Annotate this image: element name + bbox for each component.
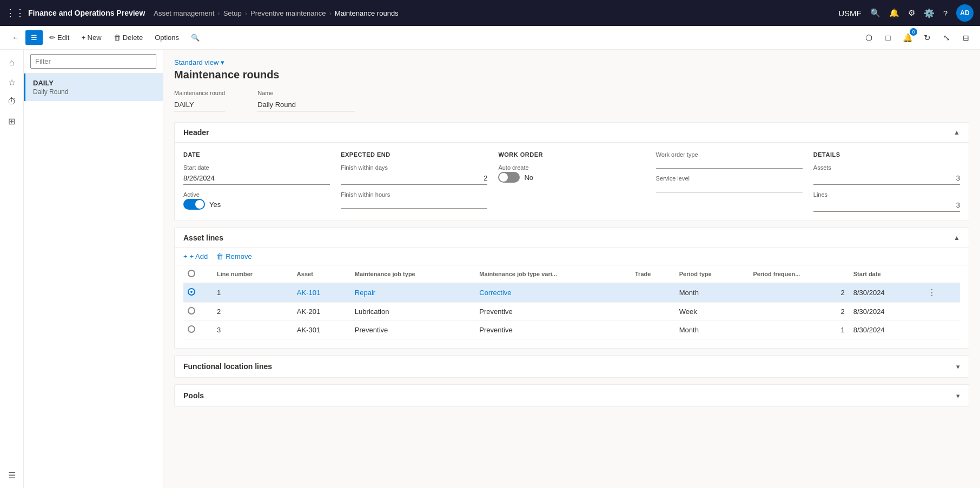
table-row[interactable]: 2 AK-201 Lubrication Preventive Week 2 8… <box>183 303 960 321</box>
row2-start-date: 8/30/2024 <box>849 303 921 321</box>
header-section-toggle[interactable]: Header ▲ <box>175 123 969 143</box>
table-row[interactable]: 1 AK-101 Repair Corrective Month 2 8/30/… <box>183 283 960 303</box>
row3-asset[interactable]: AK-301 <box>293 321 350 339</box>
new-button[interactable]: + New <box>76 30 107 45</box>
refresh-icon[interactable]: ↻ <box>919 30 935 45</box>
toolbar-right: ⬡ □ 🔔 0 ↻ ⤡ ⊟ <box>861 30 974 45</box>
bookmark-icon[interactable]: ⬡ <box>861 30 876 45</box>
back-button[interactable]: ← <box>6 30 24 45</box>
form-header-fields: Maintenance round DAILY Name Daily Round <box>174 90 969 111</box>
delete-button[interactable]: 🗑 Delete <box>108 30 149 45</box>
side-grid-icon[interactable]: ⊞ <box>3 112 21 130</box>
gear-icon[interactable]: ⚙️ <box>924 8 935 18</box>
options-button[interactable]: Options <box>149 30 184 45</box>
side-clock-icon[interactable]: ⏱ <box>3 93 21 110</box>
finish-days-value[interactable]: 2 <box>341 172 487 185</box>
assets-value[interactable]: 3 <box>813 172 960 185</box>
row3-radio-btn[interactable] <box>188 325 195 333</box>
functional-location-expand-icon: ▾ <box>956 363 960 371</box>
side-star-icon[interactable]: ☆ <box>3 73 21 91</box>
pools-header[interactable]: Pools ▾ <box>175 385 969 406</box>
details-label: DETAILS <box>813 151 960 158</box>
pools-section: Pools ▾ <box>174 384 969 407</box>
app-title: Finance and Operations Preview <box>28 9 145 17</box>
notification-icon[interactable]: 🔔 <box>889 8 899 18</box>
finish-hours-value[interactable] <box>341 199 487 209</box>
row2-more <box>921 303 960 321</box>
row2-radio-btn[interactable] <box>188 307 195 315</box>
main-layout: ⌂ ☆ ⏱ ⊞ ☰ DAILY Daily Round Standard vie… <box>0 50 980 488</box>
breadcrumb-sep-2: › <box>245 9 247 17</box>
work-order-label: WORK ORDER <box>498 151 645 158</box>
view-icon[interactable]: □ <box>880 30 896 45</box>
start-date-label: Start date <box>183 164 330 171</box>
search-toolbar-button[interactable]: 🔍 <box>186 30 205 45</box>
breadcrumb-item-3[interactable]: Preventive maintenance <box>250 9 326 17</box>
remove-button[interactable]: 🗑 Remove <box>216 252 251 260</box>
functional-location-header[interactable]: Functional location lines ▾ <box>175 356 969 377</box>
waffle-menu[interactable]: ⋮⋮ <box>6 4 24 22</box>
side-list-icon[interactable]: ☰ <box>3 466 21 484</box>
row1-more-icon[interactable]: ⋮ <box>925 286 938 299</box>
service-level-value[interactable] <box>656 183 803 192</box>
search-icon[interactable]: 🔍 <box>870 8 880 18</box>
maintenance-round-value[interactable]: DAILY <box>174 98 225 111</box>
list-icon: ☰ <box>31 34 37 42</box>
work-order-type-value[interactable] <box>656 159 803 169</box>
chevron-down-icon: ▾ <box>221 58 224 66</box>
row1-job-type-var-link[interactable]: Corrective <box>479 289 511 297</box>
help-icon[interactable]: ? <box>943 9 948 18</box>
col-line-number: Line number <box>213 265 293 283</box>
breadcrumb-item-2[interactable]: Setup <box>223 9 242 17</box>
row1-more[interactable]: ⋮ <box>921 283 960 303</box>
auto-create-field: Auto create No <box>498 164 645 183</box>
row2-radio[interactable] <box>183 303 213 321</box>
col-more <box>921 265 960 283</box>
filter-icon[interactable]: ⊟ <box>958 30 974 45</box>
finish-hours-label: Finish within hours <box>341 191 487 198</box>
lines-value[interactable]: 3 <box>813 199 960 212</box>
list-item-title: DAILY <box>33 79 155 87</box>
side-home-icon[interactable]: ⌂ <box>3 54 21 71</box>
add-button[interactable]: + + Add <box>183 252 208 260</box>
settings-circle-icon[interactable]: ⚙ <box>908 8 915 18</box>
lines-label: Lines <box>813 191 960 198</box>
list-item-daily[interactable]: DAILY Daily Round <box>24 73 163 101</box>
expected-end-label: EXPECTED END <box>341 151 487 158</box>
row1-maint-job-type-var[interactable]: Corrective <box>475 283 631 303</box>
row2-asset-text: AK-201 <box>297 307 320 316</box>
row2-period-freq: 2 <box>749 303 849 321</box>
row2-trade <box>631 303 675 321</box>
notification-count: 0 <box>910 28 917 36</box>
asset-lines-section: Asset lines ▲ + + Add 🗑 Remove <box>174 228 969 349</box>
row1-radio-btn[interactable] <box>188 288 195 296</box>
list-view-button[interactable]: ☰ <box>25 30 43 45</box>
row3-radio[interactable] <box>183 321 213 339</box>
row3-line: 3 <box>213 321 293 339</box>
name-value[interactable]: Daily Round <box>257 98 355 111</box>
auto-create-toggle[interactable] <box>498 172 520 183</box>
active-toggle[interactable] <box>183 199 205 210</box>
standard-view-dropdown[interactable]: Standard view ▾ <box>174 58 969 66</box>
row1-radio[interactable] <box>183 283 213 303</box>
edit-button[interactable]: ✏ Edit <box>44 30 75 45</box>
row2-line: 2 <box>213 303 293 321</box>
row1-asset-link[interactable]: AK-101 <box>297 289 320 297</box>
row2-asset[interactable]: AK-201 <box>293 303 350 321</box>
auto-create-toggle-wrap: No <box>498 172 645 183</box>
breadcrumb-item-1[interactable]: Asset management <box>154 9 214 17</box>
row1-job-type-link[interactable]: Repair <box>355 289 375 297</box>
breadcrumb: Asset management › Setup › Preventive ma… <box>154 9 834 17</box>
start-date-value[interactable]: 8/26/2024 <box>183 172 330 185</box>
asset-lines-section-header[interactable]: Asset lines ▲ <box>175 228 969 248</box>
select-all-radio[interactable] <box>188 270 195 277</box>
filter-input[interactable] <box>30 54 156 69</box>
user-avatar[interactable]: AD <box>956 4 974 22</box>
fullscreen-icon[interactable]: ⤡ <box>939 30 954 45</box>
col-period-type: Period type <box>675 265 749 283</box>
table-row[interactable]: 3 AK-301 Preventive Preventive Month 1 8… <box>183 321 960 339</box>
functional-location-title: Functional location lines <box>183 362 272 371</box>
notif-badge-icon[interactable]: 🔔 0 <box>900 30 915 45</box>
row1-asset[interactable]: AK-101 <box>293 283 350 303</box>
row1-maint-job-type[interactable]: Repair <box>350 283 475 303</box>
